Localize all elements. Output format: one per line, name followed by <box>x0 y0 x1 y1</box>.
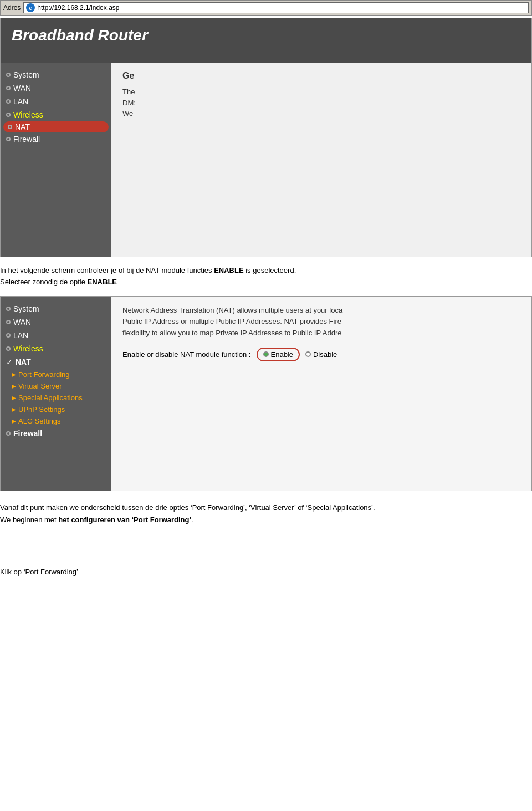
sidebar-item-wireless[interactable]: Wireless <box>1 108 111 121</box>
bullet-icon <box>6 99 11 104</box>
sidebar-item-system[interactable]: System <box>1 68 111 81</box>
enable-bold-2: ENABLE <box>88 278 117 286</box>
enable-label: Enable <box>271 350 293 359</box>
checkmark-icon: ✓ <box>6 358 13 366</box>
sidebar-label-alg: ALG Settings <box>18 417 61 425</box>
text-selecteer: Selecteer zonodig de optie <box>0 278 88 286</box>
enable-bold-1: ENABLE <box>214 266 243 274</box>
klik-section: Klik op ‘Port Forwarding’ <box>0 534 532 582</box>
radio-filled-icon <box>263 351 269 357</box>
nat-control-row: Enable or disable NAT module function : … <box>122 348 520 361</box>
bullet-icon <box>8 125 12 129</box>
arrow-icon: ▶ <box>12 418 16 424</box>
address-bar: e http://192.168.2.1/index.asp <box>23 2 529 13</box>
sidebar-label-nat: NAT <box>15 123 30 131</box>
text-before-enable: In het volgende scherm controleer je of … <box>0 266 214 274</box>
bullet-icon <box>6 346 11 351</box>
address-label: Adres <box>3 4 21 12</box>
sidebar-label-wireless: Wireless <box>13 110 43 119</box>
sidebar-item-specialapps[interactable]: ▶ Special Applications <box>1 392 111 404</box>
sidebar-item-portfwd[interactable]: ▶ Port Forwarding <box>1 369 111 380</box>
sidebar-label-virtualserver: Virtual Server <box>18 382 62 390</box>
sidebar-item-nat2[interactable]: ✓ NAT <box>1 355 111 369</box>
bullet-icon <box>6 113 11 117</box>
text4-bold: het configureren van ‘Port Forwarding’ <box>58 516 191 524</box>
router-screenshot-2: System WAN LAN Wireless ✓ NAT ▶ Port For <box>0 296 532 491</box>
bullet-icon <box>6 137 11 141</box>
sidebar-item-upnp[interactable]: ▶ UPnP Settings <box>1 404 111 415</box>
sidebar-item-nat[interactable]: NAT <box>3 121 109 132</box>
nat-desc-line3: flexibility to allow you to map Private … <box>122 328 520 339</box>
arrow-icon: ▶ <box>12 406 16 412</box>
browser-chrome: Adres e http://192.168.2.1/index.asp <box>0 0 532 16</box>
bullet-icon <box>6 86 11 90</box>
router-body-1: System WAN LAN Wireless NAT Firewall <box>1 63 531 257</box>
enable-disable-label: Enable or disable NAT module function : <box>122 350 251 359</box>
enable-radio-button[interactable]: Enable <box>257 348 300 361</box>
sidebar-label-lan: LAN <box>13 97 28 106</box>
content-line-1: The <box>122 86 520 98</box>
sidebar-label-portfwd: Port Forwarding <box>18 370 69 379</box>
sidebar-item-wan2[interactable]: WAN <box>1 315 111 329</box>
sidebar-item-firewall2[interactable]: Firewall <box>1 427 111 440</box>
content-line-2: DM: <box>122 98 520 109</box>
content-line-3: We <box>122 108 520 119</box>
ie-icon: e <box>26 3 35 12</box>
nat-desc-line2: Public IP Address or multiple Public IP … <box>122 316 520 328</box>
sidebar-item-firewall[interactable]: Firewall <box>1 132 111 146</box>
router-screenshot-1: Broadband Router System WAN LAN Wireless <box>0 18 532 257</box>
disable-label: Disable <box>313 350 337 359</box>
sidebar-item-lan[interactable]: LAN <box>1 95 111 108</box>
router-body-2: System WAN LAN Wireless ✓ NAT ▶ Port For <box>1 297 531 491</box>
router-header-1: Broadband Router <box>1 18 531 63</box>
sidebar-label-firewall: Firewall <box>13 135 40 144</box>
sidebar-label-firewall2: Firewall <box>13 429 42 438</box>
text-port-forwarding-intro: Vanaf dit punt maken we onderscheid tuss… <box>0 502 532 514</box>
router-title-1: Broadband Router <box>12 27 148 44</box>
bullet-icon <box>6 73 11 77</box>
sidebar-label-system: System <box>13 70 39 79</box>
text4-start: We beginnen met <box>0 516 58 524</box>
disable-radio-button[interactable]: Disable <box>305 350 337 359</box>
sidebar-label-wan: WAN <box>13 84 31 93</box>
bottom-text-section: Vanaf dit punt maken we onderscheid tuss… <box>0 493 532 534</box>
nat-content-area: Network Address Translation (NAT) allows… <box>111 297 531 491</box>
text3-content: Vanaf dit punt maken we onderscheid tuss… <box>0 503 375 512</box>
text-beginnen: We beginnen met het configureren van ‘Po… <box>0 514 532 526</box>
sidebar-label-upnp: UPnP Settings <box>18 405 65 414</box>
klik-text: Klik op ‘Port Forwarding’ <box>0 568 78 576</box>
sidebar-item-system2[interactable]: System <box>1 302 111 315</box>
content-text-1: The DM: We <box>122 86 520 119</box>
sidebar-label-nat2: NAT <box>16 358 31 366</box>
text4-end: . <box>191 516 193 524</box>
radio-empty-icon <box>305 351 311 357</box>
text-after-enable: is geselecteerd. <box>244 266 296 274</box>
content-area-1: Ge The DM: We <box>111 63 531 257</box>
sidebar-item-lan2[interactable]: LAN <box>1 329 111 342</box>
nat-desc-line1: Network Address Translation (NAT) allows… <box>122 305 520 317</box>
arrow-icon: ▶ <box>12 383 16 389</box>
sidebar-item-virtualserver[interactable]: ▶ Virtual Server <box>1 380 111 392</box>
bullet-icon <box>6 431 11 436</box>
sidebar-label-wireless2: Wireless <box>13 344 43 353</box>
bullet-icon <box>6 333 11 338</box>
arrow-icon: ▶ <box>12 395 16 401</box>
sidebar-item-wireless2[interactable]: Wireless <box>1 342 111 355</box>
explanation-text-1: In het volgende scherm controleer je of … <box>0 259 532 294</box>
address-url: http://192.168.2.1/index.asp <box>37 4 119 12</box>
sidebar-item-alg[interactable]: ▶ ALG Settings <box>1 415 111 427</box>
sidebar-label-wan2: WAN <box>13 318 31 327</box>
bullet-icon <box>6 320 11 324</box>
sidebar-label-system2: System <box>13 304 39 313</box>
sidebar-1: System WAN LAN Wireless NAT Firewall <box>1 63 111 257</box>
sidebar-label-specialapps: Special Applications <box>18 394 83 402</box>
content-heading-1: Ge <box>122 71 520 81</box>
sidebar-label-lan2: LAN <box>13 331 28 340</box>
bullet-icon <box>6 307 11 311</box>
sidebar-2: System WAN LAN Wireless ✓ NAT ▶ Port For <box>1 297 111 491</box>
nat-description: Network Address Translation (NAT) allows… <box>122 305 520 339</box>
arrow-icon: ▶ <box>12 371 16 378</box>
sidebar-item-wan[interactable]: WAN <box>1 81 111 95</box>
